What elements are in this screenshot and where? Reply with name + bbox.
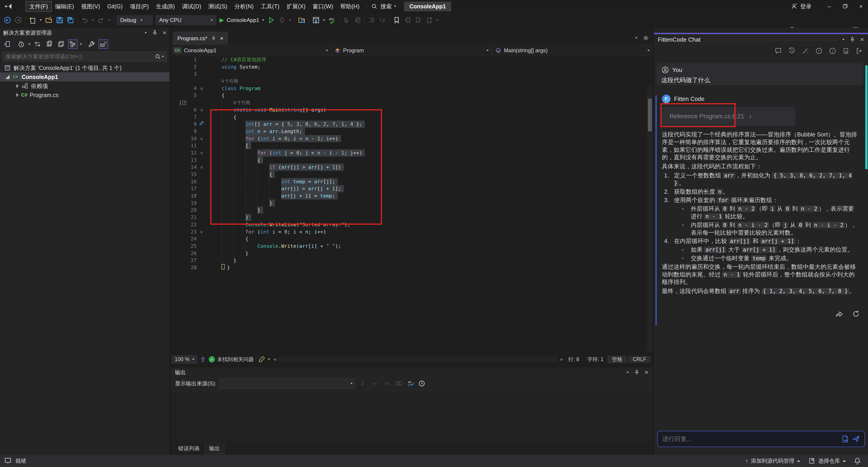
menu-item[interactable]: 调试(D) [178,1,205,11]
editor-vertical-scrollbar[interactable] [647,85,653,351]
fold-chevron-icon[interactable]: v [197,85,207,92]
redo-icon[interactable] [97,16,105,24]
eol-indicator[interactable]: CRLF [628,356,651,363]
code-line[interactable]: 23vfor (int i = 0; i < n; i++) [170,228,653,236]
tree-row-program-cs[interactable]: C# Program.cs [0,90,169,99]
chevron-down-icon[interactable] [28,43,31,45]
tree-row-dependencies[interactable]: 依赖项 [0,82,169,90]
code-cleanup-icon[interactable] [258,355,266,363]
pin-icon[interactable] [848,36,856,43]
open-folder-icon[interactable] [45,16,53,24]
comment-icon[interactable] [379,16,386,24]
expanded-arrow-icon[interactable] [5,75,9,79]
sync-icon[interactable] [33,39,42,49]
gear-icon[interactable] [642,34,650,42]
configuration-dropdown[interactable]: Debug [117,16,153,25]
help-icon[interactable]: ? [815,47,823,55]
chevron-down-icon[interactable] [289,20,291,21]
menu-item[interactable]: 工具(T) [257,1,283,11]
new-chat-icon[interactable] [774,47,782,55]
sign-in-button[interactable]: 登录 [790,2,811,10]
navigate-back-icon[interactable] [4,16,11,24]
share-response-icon[interactable] [835,310,843,318]
editor-horizontal-scrollbar[interactable] [279,357,558,362]
info-icon[interactable]: i [829,47,836,55]
close-button[interactable]: × [854,0,868,13]
codelens-row[interactable]: 0 个引用 [170,99,653,106]
tab-program-cs[interactable]: Program.cs* × [173,32,228,45]
fold-chevron-icon[interactable]: v [197,106,207,114]
start-debug-button[interactable]: ▶ ConsoleApp1 [219,17,264,24]
menu-item[interactable]: 生成(B) [152,1,178,11]
tree-row-solution[interactable]: 解决方案 'ConsoleApp1' (1 个项目, 共 1 个) [0,63,169,72]
exit-icon[interactable] [856,47,864,55]
menu-item[interactable]: 窗口(W) [309,1,337,11]
code-line[interactable]: 5{ [170,92,653,99]
search-icon[interactable] [154,53,162,60]
search-button[interactable]: 搜索 [370,2,396,10]
pending-changes-filter-icon[interactable] [17,39,26,49]
fold-chevron-icon[interactable]: v [197,228,207,236]
problems-status[interactable]: 未找到相关问题 [215,356,258,363]
panel-drag-grip[interactable] [706,38,837,41]
panel-menu-icon[interactable] [842,39,844,40]
collapsed-arrow-icon[interactable] [16,93,19,97]
menu-item[interactable]: Git(G) [104,2,126,11]
code-line[interactable]: 4vclass Program [170,85,653,92]
code-line[interactable]: 26} [170,250,653,257]
hot-reload-icon[interactable] [278,16,286,24]
show-all-files-icon[interactable] [56,39,66,49]
menu-item[interactable]: 帮助(H) [337,1,363,11]
column-indicator[interactable]: 字符: 1 [583,356,608,363]
document-outline-icon[interactable] [353,16,361,24]
start-without-debug-icon[interactable] [268,16,275,24]
fold-chevron-icon[interactable]: v [197,149,207,156]
sync-with-active-document-icon[interactable] [68,39,78,49]
chevron-down-icon[interactable] [80,43,82,45]
history-icon[interactable] [788,47,796,55]
close-icon[interactable]: × [860,36,864,43]
output-source-dropdown[interactable] [219,379,355,388]
close-icon[interactable]: × [220,35,223,42]
collapsed-arrow-icon[interactable] [16,84,19,88]
timestamp-icon[interactable] [418,380,426,387]
new-project-icon[interactable] [29,16,36,24]
save-icon[interactable] [56,16,64,24]
chat-input-box[interactable] [657,431,865,447]
home-window-icon[interactable] [312,16,320,24]
collapse-all-icon[interactable] [44,39,54,49]
prev-bookmark-icon[interactable] [404,16,411,24]
restore-button[interactable] [838,0,852,13]
tab-output[interactable]: 输出 [205,443,224,454]
breadcrumb-method[interactable]: Main(string[] args) [492,45,653,56]
code-line[interactable]: 25Console.Write(arr[i] + " "); [170,242,653,250]
menu-item[interactable]: 视图(V) [78,1,103,11]
close-document-icon[interactable] [842,47,850,55]
tab-list-icon[interactable] [635,37,638,39]
word-wrap-icon[interactable]: abc [407,380,415,387]
pin-icon[interactable] [211,36,216,41]
save-all-icon[interactable] [67,16,74,24]
fold-chevron-icon[interactable]: v [197,135,207,142]
indent-decrease-icon[interactable] [368,16,375,24]
menu-item[interactable]: 扩展(X) [283,1,309,11]
pin-icon[interactable] [633,369,641,376]
pin-icon[interactable] [151,29,159,37]
close-icon[interactable]: × [163,29,166,36]
panel-menu-icon[interactable] [627,372,629,373]
chevron-down-icon[interactable] [39,20,42,21]
line-indicator[interactable]: 行: 8 [564,356,583,363]
menu-item[interactable]: 测试(S) [205,1,231,11]
magic-wand-icon[interactable] [802,47,809,55]
undo-icon[interactable] [81,16,89,24]
active-project-badge[interactable]: ConsoleApp1 [404,2,451,11]
clear-bookmarks-icon[interactable] [426,16,433,24]
zoom-dropdown[interactable]: 100 % [172,355,197,363]
select-repository-button[interactable]: 选择仓库 [808,457,846,465]
code-line[interactable]: 2using System; [170,63,653,70]
tab-error-list[interactable]: 错误列表 [174,443,204,454]
chat-input-field[interactable] [662,436,841,443]
chevron-down-icon[interactable] [108,20,110,21]
code-line[interactable]: 24{ [170,235,653,242]
selection-cursor-icon[interactable] [343,16,350,24]
